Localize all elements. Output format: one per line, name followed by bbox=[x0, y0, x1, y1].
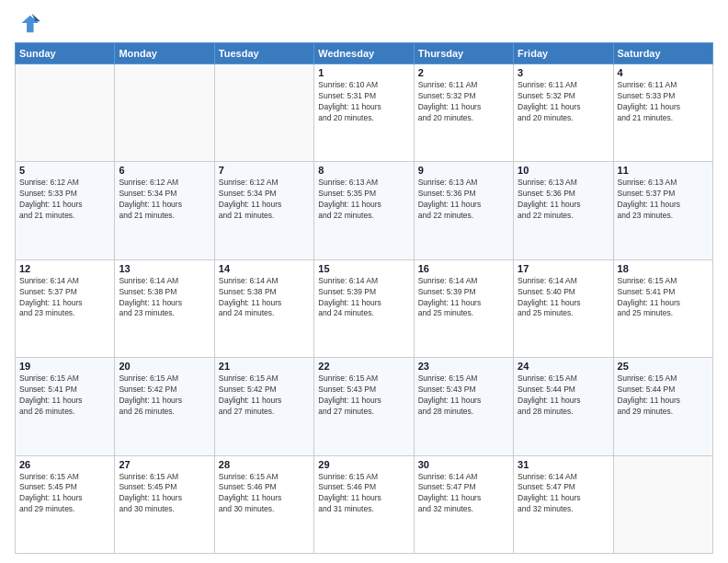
day-cell: 22Sunrise: 6:15 AM Sunset: 5:43 PM Dayli… bbox=[314, 358, 414, 455]
day-cell: 18Sunrise: 6:15 AM Sunset: 5:41 PM Dayli… bbox=[613, 259, 712, 357]
day-cell: 15Sunrise: 6:14 AM Sunset: 5:39 PM Dayli… bbox=[314, 259, 414, 357]
day-number: 11 bbox=[618, 165, 709, 176]
day-cell: 29Sunrise: 6:15 AM Sunset: 5:46 PM Dayli… bbox=[314, 455, 414, 553]
day-number: 16 bbox=[418, 263, 509, 274]
day-cell: 28Sunrise: 6:15 AM Sunset: 5:46 PM Dayli… bbox=[214, 455, 313, 553]
week-row-4: 26Sunrise: 6:15 AM Sunset: 5:45 PM Dayli… bbox=[16, 455, 713, 553]
day-info: Sunrise: 6:10 AM Sunset: 5:31 PM Dayligh… bbox=[318, 80, 409, 124]
day-info: Sunrise: 6:15 AM Sunset: 5:45 PM Dayligh… bbox=[19, 472, 110, 516]
weekday-header-monday: Monday bbox=[115, 43, 214, 64]
day-cell: 21Sunrise: 6:15 AM Sunset: 5:42 PM Dayli… bbox=[214, 358, 313, 455]
day-info: Sunrise: 6:15 AM Sunset: 5:45 PM Dayligh… bbox=[119, 472, 210, 516]
day-info: Sunrise: 6:13 AM Sunset: 5:37 PM Dayligh… bbox=[618, 178, 709, 222]
day-cell: 25Sunrise: 6:15 AM Sunset: 5:44 PM Dayli… bbox=[613, 358, 712, 455]
day-number: 30 bbox=[418, 459, 509, 470]
day-cell: 4Sunrise: 6:11 AM Sunset: 5:33 PM Daylig… bbox=[613, 64, 712, 162]
day-cell: 23Sunrise: 6:15 AM Sunset: 5:43 PM Dayli… bbox=[414, 358, 513, 455]
day-cell: 19Sunrise: 6:15 AM Sunset: 5:41 PM Dayli… bbox=[16, 358, 115, 455]
day-info: Sunrise: 6:15 AM Sunset: 5:42 PM Dayligh… bbox=[219, 373, 310, 418]
day-number: 24 bbox=[518, 361, 609, 372]
day-cell: 31Sunrise: 6:14 AM Sunset: 5:47 PM Dayli… bbox=[514, 455, 613, 553]
weekday-header-wednesday: Wednesday bbox=[314, 43, 414, 64]
day-cell: 30Sunrise: 6:14 AM Sunset: 5:47 PM Dayli… bbox=[414, 455, 513, 553]
day-info: Sunrise: 6:14 AM Sunset: 5:47 PM Dayligh… bbox=[518, 472, 609, 516]
weekday-header-friday: Friday bbox=[514, 43, 613, 64]
day-info: Sunrise: 6:15 AM Sunset: 5:46 PM Dayligh… bbox=[318, 472, 409, 516]
day-info: Sunrise: 6:14 AM Sunset: 5:39 PM Dayligh… bbox=[318, 276, 409, 320]
weekday-header-row: SundayMondayTuesdayWednesdayThursdayFrid… bbox=[16, 43, 713, 64]
day-cell: 20Sunrise: 6:15 AM Sunset: 5:42 PM Dayli… bbox=[115, 358, 214, 455]
day-cell: 3Sunrise: 6:11 AM Sunset: 5:32 PM Daylig… bbox=[514, 64, 613, 162]
day-number: 15 bbox=[318, 263, 409, 274]
day-cell bbox=[16, 64, 115, 162]
day-info: Sunrise: 6:11 AM Sunset: 5:32 PM Dayligh… bbox=[518, 80, 609, 124]
weekday-header-sunday: Sunday bbox=[16, 43, 115, 64]
day-cell: 9Sunrise: 6:13 AM Sunset: 5:36 PM Daylig… bbox=[414, 162, 513, 259]
day-info: Sunrise: 6:11 AM Sunset: 5:33 PM Dayligh… bbox=[618, 80, 709, 124]
day-cell: 1Sunrise: 6:10 AM Sunset: 5:31 PM Daylig… bbox=[314, 64, 414, 162]
day-cell bbox=[613, 455, 712, 553]
day-cell: 8Sunrise: 6:13 AM Sunset: 5:35 PM Daylig… bbox=[314, 162, 414, 259]
day-cell: 12Sunrise: 6:14 AM Sunset: 5:37 PM Dayli… bbox=[16, 259, 115, 357]
week-row-2: 12Sunrise: 6:14 AM Sunset: 5:37 PM Dayli… bbox=[16, 259, 713, 357]
day-number: 29 bbox=[318, 459, 409, 470]
day-info: Sunrise: 6:14 AM Sunset: 5:37 PM Dayligh… bbox=[19, 276, 110, 320]
page: SundayMondayTuesdayWednesdayThursdayFrid… bbox=[0, 0, 728, 563]
day-number: 4 bbox=[618, 67, 709, 78]
day-number: 31 bbox=[518, 459, 609, 470]
day-info: Sunrise: 6:15 AM Sunset: 5:41 PM Dayligh… bbox=[618, 276, 709, 320]
calendar-table: SundayMondayTuesdayWednesdayThursdayFrid… bbox=[15, 42, 713, 554]
day-info: Sunrise: 6:15 AM Sunset: 5:43 PM Dayligh… bbox=[418, 373, 509, 418]
day-number: 18 bbox=[618, 263, 709, 274]
day-number: 2 bbox=[418, 67, 509, 78]
day-cell: 6Sunrise: 6:12 AM Sunset: 5:34 PM Daylig… bbox=[115, 162, 214, 259]
day-info: Sunrise: 6:13 AM Sunset: 5:36 PM Dayligh… bbox=[518, 178, 609, 222]
day-info: Sunrise: 6:15 AM Sunset: 5:44 PM Dayligh… bbox=[618, 373, 709, 418]
day-number: 25 bbox=[618, 361, 709, 372]
day-number: 3 bbox=[518, 67, 609, 78]
day-number: 9 bbox=[418, 165, 509, 176]
day-cell: 5Sunrise: 6:12 AM Sunset: 5:33 PM Daylig… bbox=[16, 162, 115, 259]
day-number: 13 bbox=[119, 263, 210, 274]
day-number: 21 bbox=[219, 361, 310, 372]
day-cell: 13Sunrise: 6:14 AM Sunset: 5:38 PM Dayli… bbox=[115, 259, 214, 357]
logo bbox=[15, 11, 44, 37]
day-cell: 10Sunrise: 6:13 AM Sunset: 5:36 PM Dayli… bbox=[514, 162, 613, 259]
day-cell: 14Sunrise: 6:14 AM Sunset: 5:38 PM Dayli… bbox=[214, 259, 313, 357]
day-number: 6 bbox=[119, 165, 210, 176]
day-number: 17 bbox=[518, 263, 609, 274]
day-info: Sunrise: 6:14 AM Sunset: 5:40 PM Dayligh… bbox=[518, 276, 609, 320]
day-info: Sunrise: 6:12 AM Sunset: 5:34 PM Dayligh… bbox=[119, 178, 210, 222]
day-cell: 7Sunrise: 6:12 AM Sunset: 5:34 PM Daylig… bbox=[214, 162, 313, 259]
day-info: Sunrise: 6:12 AM Sunset: 5:34 PM Dayligh… bbox=[219, 178, 310, 222]
day-cell: 11Sunrise: 6:13 AM Sunset: 5:37 PM Dayli… bbox=[613, 162, 712, 259]
day-cell bbox=[214, 64, 313, 162]
header bbox=[15, 11, 713, 37]
weekday-header-thursday: Thursday bbox=[414, 43, 513, 64]
day-cell: 2Sunrise: 6:11 AM Sunset: 5:32 PM Daylig… bbox=[414, 64, 513, 162]
weekday-header-tuesday: Tuesday bbox=[214, 43, 313, 64]
day-info: Sunrise: 6:13 AM Sunset: 5:35 PM Dayligh… bbox=[318, 178, 409, 222]
day-info: Sunrise: 6:15 AM Sunset: 5:46 PM Dayligh… bbox=[219, 472, 310, 516]
week-row-1: 5Sunrise: 6:12 AM Sunset: 5:33 PM Daylig… bbox=[16, 162, 713, 259]
day-number: 23 bbox=[418, 361, 509, 372]
day-number: 10 bbox=[518, 165, 609, 176]
day-info: Sunrise: 6:12 AM Sunset: 5:33 PM Dayligh… bbox=[19, 178, 110, 222]
day-info: Sunrise: 6:14 AM Sunset: 5:47 PM Dayligh… bbox=[418, 472, 509, 516]
day-number: 20 bbox=[119, 361, 210, 372]
day-number: 12 bbox=[19, 263, 110, 274]
day-info: Sunrise: 6:15 AM Sunset: 5:44 PM Dayligh… bbox=[518, 373, 609, 418]
day-number: 5 bbox=[19, 165, 110, 176]
day-number: 8 bbox=[318, 165, 409, 176]
day-info: Sunrise: 6:11 AM Sunset: 5:32 PM Dayligh… bbox=[418, 80, 509, 124]
day-info: Sunrise: 6:15 AM Sunset: 5:41 PM Dayligh… bbox=[19, 373, 110, 418]
day-info: Sunrise: 6:15 AM Sunset: 5:43 PM Dayligh… bbox=[318, 373, 409, 418]
day-info: Sunrise: 6:14 AM Sunset: 5:38 PM Dayligh… bbox=[219, 276, 310, 320]
week-row-3: 19Sunrise: 6:15 AM Sunset: 5:41 PM Dayli… bbox=[16, 358, 713, 455]
day-info: Sunrise: 6:14 AM Sunset: 5:38 PM Dayligh… bbox=[119, 276, 210, 320]
logo-icon bbox=[15, 11, 40, 37]
day-number: 19 bbox=[19, 361, 110, 372]
day-cell: 27Sunrise: 6:15 AM Sunset: 5:45 PM Dayli… bbox=[115, 455, 214, 553]
day-info: Sunrise: 6:14 AM Sunset: 5:39 PM Dayligh… bbox=[418, 276, 509, 320]
day-number: 22 bbox=[318, 361, 409, 372]
